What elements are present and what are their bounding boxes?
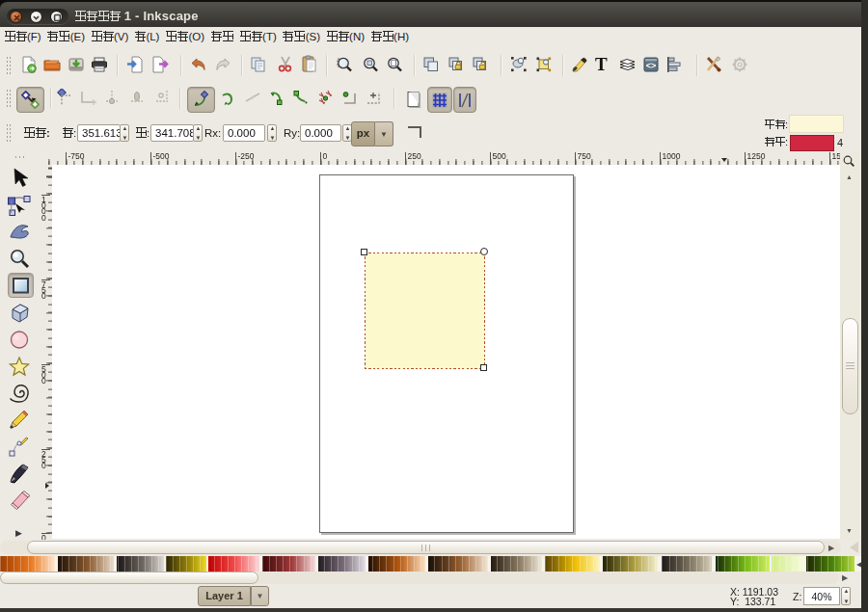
svg-text:<>: <>	[646, 61, 657, 70]
